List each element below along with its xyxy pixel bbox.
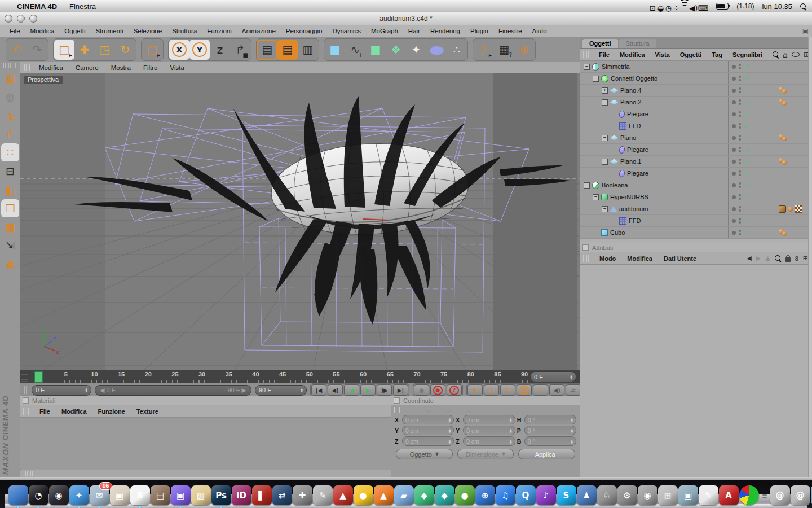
dock-indesign[interactable]: ID xyxy=(232,485,251,505)
lock-x-button[interactable]: X xyxy=(169,40,189,60)
coordinate-system-button[interactable]: ↱■ xyxy=(230,40,250,60)
materials-menu-item[interactable]: Funzione xyxy=(92,408,131,415)
visibility-dots[interactable] xyxy=(739,135,741,141)
dock-transmit[interactable]: ⇄ xyxy=(272,485,292,505)
visibility-dots[interactable] xyxy=(739,194,741,200)
goto-start-button[interactable]: |◀ xyxy=(311,384,326,396)
expand-toggle[interactable]: − xyxy=(602,159,608,165)
attributes-menu-item[interactable]: Modo xyxy=(594,255,621,262)
layer-dot[interactable] xyxy=(732,136,736,140)
object-tag[interactable] xyxy=(788,207,793,212)
play-backward-button[interactable]: ◀ xyxy=(344,384,359,396)
render-picture-viewer-button[interactable]: ▤ xyxy=(277,40,298,60)
grip-handle[interactable] xyxy=(21,372,28,382)
materials-menu-item[interactable]: Texture xyxy=(131,408,164,415)
tree-piano4[interactable]: + Piano.4 ✓ xyxy=(580,85,812,97)
enabled-check[interactable]: ✓ xyxy=(744,157,751,165)
polygons-mode-button[interactable]: ◧ xyxy=(1,181,19,199)
time-machine-icon[interactable]: ◷ xyxy=(664,3,672,12)
visibility-dots[interactable] xyxy=(739,182,741,188)
tree-piegare-2[interactable]: Piegare ✓ xyxy=(580,144,812,156)
add-modeling-object-button[interactable]: ❖ xyxy=(386,40,406,60)
viewport-menu-item[interactable]: Camere xyxy=(69,64,105,71)
visibility-dots[interactable] xyxy=(739,230,741,235)
objects-menu-item[interactable]: Vista xyxy=(650,51,675,58)
materials-empty-area[interactable] xyxy=(20,418,391,470)
dock-textedit[interactable]: ✎ xyxy=(699,485,718,505)
dock-leaf[interactable]: ● xyxy=(455,485,475,505)
dock-diamond-teal[interactable]: ◆ xyxy=(435,485,454,505)
enabled-check[interactable]: ✓ xyxy=(744,122,751,130)
objects-menu-item[interactable]: File xyxy=(594,51,615,58)
enabled-check[interactable]: ✓ xyxy=(744,98,751,106)
dock-calculator[interactable]: ⊞ xyxy=(658,485,678,505)
viewport-menu-item[interactable]: Modifica xyxy=(33,64,69,71)
object-tag[interactable] xyxy=(779,134,788,142)
enabled-check[interactable]: ✓ xyxy=(744,134,751,142)
app-menu-item[interactable]: Dynamics xyxy=(327,28,365,34)
tree-piano1[interactable]: − Piano.1 ✓ xyxy=(580,156,812,168)
visibility-dots[interactable] xyxy=(739,111,741,117)
app-menu-item[interactable]: Personaggio xyxy=(281,28,328,34)
tree-piegare-3[interactable]: Piegare ✓ xyxy=(580,168,812,179)
app-menu-item[interactable]: Finestre xyxy=(493,28,527,34)
play-forward-button[interactable]: ▶ xyxy=(360,384,376,396)
autokey-button[interactable]: ? xyxy=(447,384,462,396)
attributes-menu-item[interactable]: Modifica xyxy=(621,255,658,262)
panel-checkbox[interactable] xyxy=(23,397,29,404)
grip-handle[interactable] xyxy=(23,64,30,71)
layer-dot[interactable] xyxy=(732,148,736,152)
record-rotation-button[interactable]: ↻ xyxy=(500,384,515,396)
dock-iphoto[interactable]: ▣ xyxy=(110,485,130,505)
expand-toggle[interactable]: + xyxy=(602,87,608,94)
dock-stamp-1[interactable]: @ xyxy=(770,485,790,505)
lock-z-button[interactable]: z xyxy=(210,40,230,60)
dock-photo-booth[interactable]: ◉ xyxy=(49,485,69,505)
layer-dot[interactable] xyxy=(732,77,736,81)
dock-toolbox[interactable]: ✚ xyxy=(293,485,312,505)
eye-icon[interactable] xyxy=(792,52,800,57)
enabled-check[interactable]: ✓ xyxy=(744,193,751,201)
rotation-field[interactable]: 0 °▲▼ xyxy=(524,436,576,446)
undo-button[interactable]: ↶ xyxy=(7,40,27,60)
texture-mode-button[interactable]: ▩ xyxy=(1,218,19,236)
expand-toggle[interactable]: − xyxy=(602,135,608,141)
content-browser-button[interactable]: ▦? xyxy=(494,40,514,60)
battery-icon[interactable] xyxy=(716,2,729,11)
visibility-dots[interactable] xyxy=(739,218,741,224)
viewport-canvas[interactable]: Y Z X Prospettiva xyxy=(20,73,580,370)
dock-globe[interactable]: ⊕ xyxy=(475,485,495,505)
dimensione-dropdown[interactable]: Dimensione▼ xyxy=(457,449,514,459)
move-button[interactable]: ✚ xyxy=(74,40,95,60)
enabled-check[interactable]: ✓ xyxy=(744,229,751,237)
keyframe-button[interactable]: ● xyxy=(414,384,429,396)
dock-vlc[interactable]: ▲ xyxy=(374,485,394,505)
scrollbar[interactable] xyxy=(808,37,812,477)
layer-dot[interactable] xyxy=(732,89,736,93)
tree-ffd-1[interactable]: FFD ✓ xyxy=(580,120,812,132)
window-manager-icon[interactable]: ⊡ xyxy=(648,3,656,12)
dock-folder[interactable]: ▰ xyxy=(394,485,414,505)
objects-menu-item[interactable]: Modifica xyxy=(615,51,650,58)
dock-finder[interactable] xyxy=(8,485,28,505)
preview-range-slider[interactable]: ◀ 0 F 90 F ▶ xyxy=(95,385,251,396)
record-position-button[interactable]: ✚ xyxy=(467,384,483,396)
object-tag[interactable] xyxy=(779,229,788,237)
expand-toggle[interactable]: − xyxy=(584,182,590,189)
visibility-dots[interactable] xyxy=(739,99,741,105)
layer-dot[interactable] xyxy=(732,231,736,235)
grip-handle[interactable] xyxy=(583,255,591,262)
render-settings-button[interactable]: ▥ xyxy=(298,40,318,60)
visibility-dots[interactable] xyxy=(739,76,741,81)
current-frame-spinner[interactable]: 0 F▲▼ xyxy=(32,385,91,396)
home-icon[interactable]: ⌂ xyxy=(783,50,788,59)
visibility-dots[interactable] xyxy=(739,147,741,152)
tree-hypernurbs[interactable]: − HyperNURBS ✓ xyxy=(580,191,812,203)
next-key-button[interactable]: )▶ xyxy=(377,384,392,396)
oggetto-dropdown[interactable]: Oggetto▼ xyxy=(396,449,453,459)
add-particles-button[interactable]: ∴ xyxy=(447,40,467,60)
tree-piano[interactable]: − Piano ✓ xyxy=(580,132,812,144)
enabled-check[interactable]: ✓ xyxy=(744,181,751,189)
layer-dot[interactable] xyxy=(732,112,736,116)
sound-button[interactable]: ◀) xyxy=(549,384,564,396)
